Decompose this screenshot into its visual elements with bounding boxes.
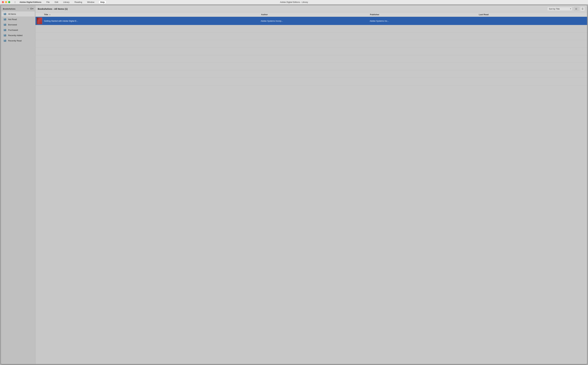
- empty-row-7: [36, 70, 587, 78]
- book-publisher-cell: Adobe Systems Inc...: [369, 19, 478, 23]
- add-bookshelf-button[interactable]: +: [27, 7, 29, 10]
- table-col-lastread-header[interactable]: Last Read: [478, 13, 587, 16]
- bookshelf-icon-recently-added: [3, 34, 7, 37]
- view-list-button[interactable]: ⊟: [574, 7, 579, 11]
- sidebar-item-not-read[interactable]: Not Read: [2, 17, 35, 22]
- apple-icon[interactable]: : [15, 1, 15, 3]
- svg-rect-22: [5, 34, 6, 36]
- svg-rect-1: [4, 13, 5, 15]
- sidebar-actions: + ⚙▾: [27, 7, 33, 10]
- sidebar: Bookshelves + ⚙▾ All Items: [1, 5, 36, 364]
- svg-rect-16: [4, 29, 5, 31]
- table-col-title-header[interactable]: Title ▲: [43, 13, 261, 16]
- menu-help[interactable]: Help: [99, 0, 106, 4]
- book-thumbnail: [36, 17, 43, 25]
- svg-rect-6: [4, 19, 5, 20]
- menu-window[interactable]: Window: [86, 1, 95, 4]
- svg-rect-10: [4, 24, 4, 26]
- table-row[interactable]: Getting Started with Adobe Digital E... …: [36, 17, 587, 25]
- svg-rect-11: [4, 24, 5, 26]
- main-header: Bookshelves - All Items (1) Sort by Titl…: [36, 5, 587, 12]
- bookshelf-icon: [3, 12, 7, 15]
- empty-row-6: [36, 63, 587, 70]
- page-title: Bookshelves - All Items (1): [38, 7, 68, 10]
- sidebar-title: Bookshelves: [3, 8, 15, 10]
- main-panel: Bookshelves - All Items (1) Sort by Titl…: [36, 5, 587, 364]
- svg-rect-0: [4, 13, 4, 15]
- menu-bar:  Adobe Digital Editions File Edit Libra…: [0, 0, 588, 4]
- view-detail-button[interactable]: ☰: [580, 7, 585, 11]
- close-button[interactable]: [2, 1, 4, 3]
- table-header: Title ▲ Author Publisher Last Read: [36, 12, 587, 17]
- traffic-lights: [2, 1, 10, 3]
- svg-rect-15: [4, 29, 4, 31]
- svg-rect-12: [5, 24, 6, 26]
- svg-rect-20: [4, 34, 4, 36]
- book-cover: [36, 17, 42, 24]
- minimize-button[interactable]: [5, 1, 7, 3]
- svg-rect-27: [5, 40, 6, 42]
- sidebar-item-borrowed[interactable]: Borrowed: [2, 22, 35, 27]
- sort-dropdown-wrapper: Sort by Title Sort by Author Sort by Pub…: [547, 7, 572, 11]
- menu-file[interactable]: File: [45, 1, 51, 4]
- window-title: Adobe Digital Editions - Library: [280, 1, 308, 3]
- menu-app-title[interactable]: Adobe Digital Editions: [19, 1, 42, 4]
- svg-rect-3: [6, 13, 6, 15]
- window-content: Bookshelves + ⚙▾ All Items: [1, 5, 587, 364]
- empty-row-5: [36, 55, 587, 63]
- table-col-publisher-header[interactable]: Publisher: [369, 13, 478, 16]
- bookshelf-settings-button[interactable]: ⚙▾: [30, 7, 33, 10]
- gear-icon: ⚙▾: [30, 7, 33, 10]
- menu-edit[interactable]: Edit: [54, 1, 59, 4]
- svg-rect-5: [4, 18, 4, 20]
- sidebar-header: Bookshelves + ⚙▾: [1, 7, 35, 11]
- table-container: Title ▲ Author Publisher Last Read Getti…: [36, 12, 587, 364]
- bookshelf-icon-borrowed: [3, 23, 7, 26]
- sidebar-item-label-purchased: Purchased: [8, 29, 18, 31]
- svg-rect-28: [6, 40, 6, 42]
- sort-dropdown[interactable]: Sort by Title Sort by Author Sort by Pub…: [547, 7, 572, 11]
- sidebar-item-label-recently-read: Recently Read: [8, 40, 22, 42]
- empty-row-3: [36, 40, 587, 48]
- svg-rect-17: [5, 29, 6, 31]
- sort-arrow-icon: ▲: [49, 14, 51, 15]
- list-view-icon: ⊟: [575, 7, 577, 10]
- empty-row-8: [36, 78, 587, 85]
- menu-library[interactable]: Library: [62, 1, 71, 4]
- svg-rect-29: [4, 42, 6, 42]
- menu-reading[interactable]: Reading: [73, 1, 83, 4]
- book-author-cell: Adobe Systems Incorp...: [260, 19, 369, 23]
- sidebar-item-recently-added[interactable]: Recently Added: [2, 33, 35, 38]
- bookshelf-icon-purchased: [3, 28, 7, 32]
- detail-view-icon: ☰: [581, 7, 584, 10]
- main-header-controls: Sort by Title Sort by Author Sort by Pub…: [547, 7, 585, 11]
- sidebar-item-label-all-items: All Items: [8, 13, 16, 15]
- sidebar-item-label-borrowed: Borrowed: [8, 24, 17, 26]
- empty-row-1: [36, 25, 587, 33]
- svg-rect-23: [6, 35, 6, 36]
- svg-rect-14: [4, 26, 6, 26]
- sidebar-item-all-items[interactable]: All Items: [2, 11, 35, 16]
- svg-rect-13: [6, 24, 6, 26]
- table-col-author-header[interactable]: Author: [261, 13, 369, 16]
- sidebar-item-purchased[interactable]: Purchased: [2, 28, 35, 33]
- bookshelf-icon-recently-read: [3, 39, 7, 42]
- maximize-button[interactable]: [8, 1, 10, 3]
- book-title-cell: Getting Started with Adobe Digital E...: [43, 19, 260, 23]
- sidebar-item-label-recently-added: Recently Added: [8, 34, 22, 36]
- svg-rect-7: [5, 18, 6, 20]
- svg-rect-2: [5, 13, 6, 15]
- svg-rect-8: [6, 19, 6, 20]
- bookshelf-icon-not-read: [3, 18, 7, 21]
- empty-row-2: [36, 33, 587, 40]
- empty-row-4: [36, 48, 587, 55]
- sidebar-item-recently-read[interactable]: Recently Read: [2, 38, 35, 43]
- svg-rect-19: [4, 31, 6, 31]
- svg-rect-18: [6, 29, 6, 31]
- sidebar-item-label-not-read: Not Read: [8, 18, 17, 21]
- svg-rect-26: [4, 40, 5, 42]
- main-window: Bookshelves + ⚙▾ All Items: [1, 5, 587, 364]
- svg-rect-21: [4, 35, 5, 36]
- svg-rect-24: [4, 36, 6, 36]
- svg-rect-25: [4, 40, 4, 42]
